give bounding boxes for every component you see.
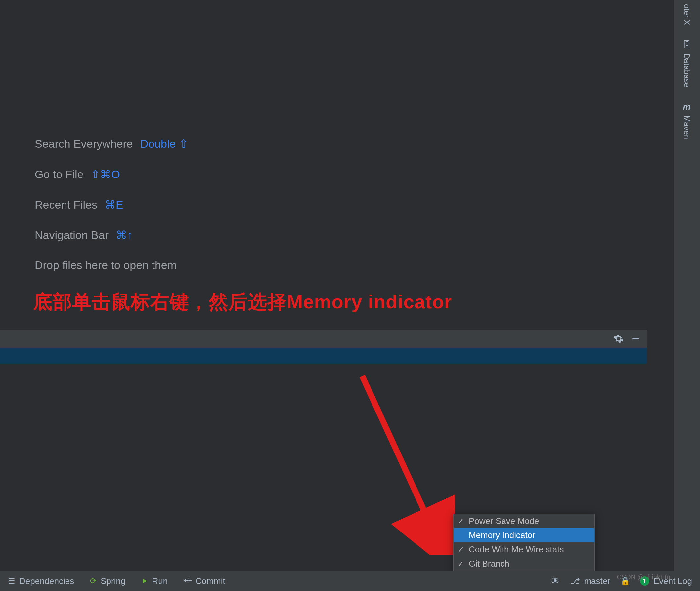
sidebar-tool-maven[interactable]: m Maven — [682, 98, 691, 143]
hint-shortcut: ⇧⌘O — [91, 168, 120, 181]
right-tool-sidebar: oter X 🗄 Database m Maven — [674, 0, 700, 571]
menu-item-label: Memory Indicator — [469, 530, 535, 540]
watermark: CSDN @ThinkEtu — [617, 574, 670, 581]
branch-icon: ⎇ — [570, 576, 580, 586]
status-dependencies[interactable]: ☰ Dependencies — [8, 576, 74, 586]
minimize-icon[interactable] — [631, 333, 641, 344]
hint-label: Navigation Bar — [35, 229, 109, 242]
hint-shortcut: ⌘E — [105, 198, 123, 211]
status-label: Run — [152, 576, 168, 586]
gear-icon[interactable] — [613, 333, 624, 344]
menu-item-git-branch[interactable]: ✓ Git Branch — [454, 556, 594, 571]
sidebar-tool-label: Maven — [682, 115, 691, 139]
status-spring[interactable]: ⟳ Spring — [90, 576, 125, 586]
status-run[interactable]: Run — [141, 576, 168, 586]
menu-item-power-save-mode[interactable]: ✓ Power Save Mode — [454, 514, 594, 528]
status-bar-left: ☰ Dependencies ⟳ Spring Run ⬲ Commit — [8, 576, 225, 586]
status-commit[interactable]: ⬲ Commit — [184, 576, 225, 586]
hint-goto-file: Go to File ⇧⌘O — [35, 168, 188, 181]
branch-name: master — [584, 576, 610, 586]
maven-icon: m — [683, 102, 690, 112]
svg-marker-3 — [143, 579, 147, 583]
tool-window-header — [0, 330, 647, 348]
spring-icon: ⟳ — [90, 577, 97, 586]
check-icon: ✓ — [458, 559, 469, 569]
hint-search-everywhere: Search Everywhere Double ⇧ — [35, 137, 188, 150]
check-icon: ✓ — [458, 517, 469, 526]
play-icon — [141, 578, 148, 584]
menu-item-code-with-me-stats[interactable]: ✓ Code With Me Wire stats — [454, 542, 594, 556]
hint-label: Go to File — [35, 168, 83, 181]
editor-empty-area[interactable]: Search Everywhere Double ⇧ Go to File ⇧⌘… — [0, 0, 674, 591]
menu-item-memory-indicator[interactable]: Memory Indicator — [454, 528, 594, 542]
statusbar-context-menu: ✓ Power Save Mode Memory Indicator ✓ Cod… — [453, 514, 595, 571]
status-git-branch[interactable]: ⎇ master — [570, 576, 610, 586]
welcome-hints: Search Everywhere Double ⇧ Go to File ⇧⌘… — [35, 137, 188, 289]
hint-label: Drop files here to open them — [35, 259, 177, 272]
database-icon: 🗄 — [683, 40, 691, 50]
hint-shortcut: Double ⇧ — [140, 137, 188, 150]
annotation-text: 底部单击鼠标右键，然后选择Memory indicator — [33, 289, 452, 315]
status-label: Dependencies — [19, 576, 74, 586]
hint-shortcut: ⌘↑ — [116, 228, 133, 242]
menu-item-label: Git Branch — [469, 559, 510, 569]
hint-label: Search Everywhere — [35, 137, 133, 150]
status-label: Commit — [195, 576, 225, 586]
tool-window-content-strip — [0, 348, 647, 364]
sidebar-tool-database[interactable]: 🗄 Database — [682, 36, 691, 91]
hint-label: Recent Files — [35, 198, 97, 211]
commit-icon: ⬲ — [184, 577, 191, 586]
check-icon: ✓ — [458, 545, 469, 554]
menu-item-label: Code With Me Wire stats — [469, 544, 564, 554]
sidebar-tool-label: oter X — [682, 4, 691, 25]
status-label: Spring — [101, 576, 125, 586]
hint-drop-files: Drop files here to open them — [35, 259, 188, 272]
inspection-eye-icon[interactable]: 👁 — [551, 576, 560, 587]
layers-icon: ☰ — [8, 577, 15, 586]
status-bar[interactable]: ☰ Dependencies ⟳ Spring Run ⬲ Commit 👁 ⎇… — [0, 571, 700, 591]
hint-navigation-bar: Navigation Bar ⌘↑ — [35, 228, 188, 242]
sidebar-tool-oter[interactable]: oter X — [682, 0, 691, 29]
menu-item-label: Power Save Mode — [469, 516, 539, 526]
hint-recent-files: Recent Files ⌘E — [35, 198, 188, 211]
sidebar-tool-label: Database — [682, 53, 691, 87]
